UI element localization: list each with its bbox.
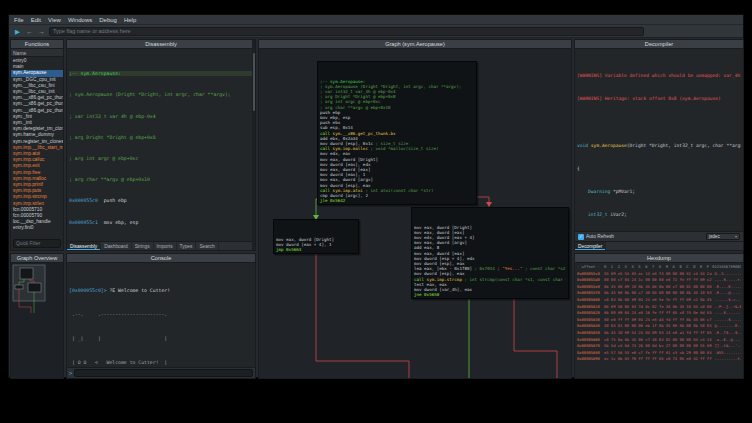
decompiler-line[interactable]: [WARNING] Heritage: stack offset 0x8 (sy… [577, 96, 741, 102]
graph-overview-minimap [11, 263, 63, 378]
console-input-row: > [67, 367, 255, 378]
dock-tab[interactable]: Imports [154, 242, 177, 250]
hexdump-row[interactable]: 0x00005650 8b 45 10 89 54 24 04 89 04 24… [577, 330, 741, 337]
functions-panel: Functions Name entry0mainsym.Aeropausesy… [10, 39, 64, 251]
dock-tab[interactable]: Strings [132, 242, 154, 250]
hexdump-row[interactable]: 0x000055c0 55 89 e5 53 83 ec 14 e8 f4 00… [577, 271, 741, 278]
disassembly-line[interactable]: ; arg Dright *Dright @ ebp+0x8 [69, 135, 253, 140]
graph-node-false-branch[interactable]: mov eax, dword [Dright]mov eax, dword [e… [411, 207, 569, 299]
menu-item[interactable]: File [14, 17, 24, 23]
function-list-item[interactable]: sym.__x86.get_pc_thunk.bx [11, 101, 63, 107]
hexdump-row[interactable]: 0x00005630 80 e0 ff ff 89 04 24 e8 d4 fd… [577, 317, 741, 324]
functions-quick-filter-input[interactable] [13, 239, 61, 248]
hexdump-row[interactable]: 0x000055e0 8b 45 08 89 10 8b 45 08 8b 00… [577, 284, 741, 291]
decompiler-footer: ✓ Auto Refresh jsdec ▾ [575, 231, 743, 241]
address-search-input[interactable] [49, 27, 644, 36]
graph-overview-panel: Graph Overview [10, 253, 64, 379]
decompiler-engine-value: jsdec [709, 234, 720, 239]
hexdump-row[interactable]: 0x00005690 ec 1c 8b 83 f0 ff ff ff 85 c0… [577, 356, 741, 363]
hexdump-row[interactable]: 0x00005660 c0 75 0a 8b 45 08 c7 40 04 02… [577, 337, 741, 344]
function-list-item[interactable]: sym._DGC_cpu_init [11, 77, 63, 83]
auto-refresh-label: Auto Refresh [586, 234, 614, 239]
continue-icon[interactable]: ▶ [13, 27, 22, 36]
menu-item[interactable]: Help [124, 17, 136, 23]
menu-item[interactable]: Edit [31, 17, 41, 23]
decompiler-panel-title: Decompiler [575, 40, 743, 49]
graph-node-entry[interactable]: ;-- sym.Aeropause:; sym.Aeropause (Drigh… [317, 61, 477, 205]
hexdump-view[interactable]: - offset - 0 1 2 3 4 5 6 7 8 9 A B C D E… [575, 263, 743, 378]
console-line: .--. .----------------------. [69, 312, 253, 318]
hexdump-row[interactable]: 0x00005620 8b 00 89 04 24 e8 16 fe ff ff… [577, 310, 741, 317]
desktop: FileEditViewWindowsDebugHelp ▶ ← → Funct… [0, 0, 752, 423]
graph-panel-title: Graph (sym.Aeropause) [259, 40, 571, 49]
decompiler-panel: Decompiler [WARNING] Variable defined wh… [574, 39, 744, 251]
hexdump-row[interactable]: 0x00005670 5b 5d c3 8d 74 26 00 8d bc 27… [577, 343, 741, 350]
disassembly-line[interactable]: ; sym.Aeropause (Dright *Dright, int arg… [69, 92, 253, 97]
cutter-window: FileEditViewWindowsDebugHelp ▶ ← → Funct… [8, 14, 744, 378]
functions-name-column-header[interactable]: Name [11, 49, 63, 57]
disassembly-scrollbar[interactable] [252, 40, 255, 250]
hexdump-panel-title: Hexdump [575, 254, 743, 263]
dock-tab[interactable]: Types [177, 242, 197, 250]
disassembly-view[interactable]: ;-- sym.Aeropause: ; sym.Aeropause (Drig… [67, 49, 255, 241]
disassembly-panel-title: Disassembly [67, 40, 255, 49]
hexdump-rows: 0x000055c0 55 89 e5 53 83 ec 14 e8 f4 00… [577, 271, 741, 363]
disassembly-line[interactable]: ; arg char **argv @ ebp+0x10 [69, 177, 253, 182]
decompiler-tab-bar: Decompiler [575, 241, 743, 250]
back-arrow-icon[interactable]: ← [25, 27, 34, 36]
disassembly-line[interactable]: ; var int32_t var_4h @ ebp-0x4 [69, 114, 253, 119]
disassembly-line[interactable]: ;-- sym.Aeropause: [69, 71, 253, 76]
hexdump-row[interactable]: 0x000055f0 8b 45 08 8b 00 c7 40 04 00 00… [577, 290, 741, 297]
graph-node-line: jle 0x5642 [320, 198, 474, 203]
decompiler-engine-select[interactable]: jsdec ▾ [706, 233, 740, 240]
hexdump-panel: Hexdump - offset - 0 1 2 3 4 5 6 7 8 9 A… [574, 253, 744, 379]
decompiler-tab[interactable]: Decompiler [575, 242, 606, 250]
hexdump-row[interactable]: 0x00005600 c0 04 8b 00 89 04 24 e8 3e fe… [577, 297, 741, 304]
hexdump-row[interactable]: 0x00005640 40 04 01 00 00 00 eb 1f 8b 45… [577, 323, 741, 330]
function-list-item[interactable]: sym.register_tm_clones [11, 139, 63, 145]
dock-area: Functions Name entry0mainsym.Aeropausesy… [9, 38, 743, 377]
graph-canvas[interactable]: ;-- sym.Aeropause:; sym.Aeropause (Drigh… [259, 49, 571, 378]
console-input[interactable] [74, 369, 253, 377]
function-list-item[interactable]: sym.__x86.get_pc_thunk.dx [11, 108, 63, 114]
disassembly-line[interactable]: ; arg int argc @ ebp+0xc [69, 156, 253, 161]
dock-tab[interactable]: Dashboard [101, 242, 131, 250]
decompiler-line[interactable]: [WARNING] Variable defined which should … [577, 73, 741, 79]
chevron-down-icon: ▾ [735, 234, 737, 239]
decompiler-line[interactable] [577, 120, 741, 126]
disassembly-line[interactable]: 0x000055c1 mov ebp, esp [69, 220, 253, 225]
graph-node-line: jmp 0x5663 [276, 247, 356, 252]
graph-node-true-branch[interactable]: mov eax, dword [Dright]mov dword [eax + … [273, 219, 359, 254]
hexdump-row[interactable]: 0x000055d0 00 00 c7 04 24 1c 00 00 00 e8… [577, 277, 741, 284]
auto-refresh-checkbox[interactable]: ✓ [578, 234, 584, 240]
console-panel-title: Console [67, 254, 255, 263]
decompiler-line[interactable]: int32_t iVar2; [577, 212, 741, 218]
console-prompt: > [69, 370, 72, 376]
console-output[interactable]: [0x000055c0]> ?E Welcome to Cutter! .--.… [67, 263, 255, 367]
menu-item[interactable]: View [48, 17, 61, 23]
decompiler-code-view[interactable]: [WARNING] Variable defined which should … [575, 49, 743, 231]
menu-bar: FileEditViewWindowsDebugHelp [9, 15, 743, 25]
hexdump-row[interactable]: 0x00005610 08 89 50 08 83 7d 0c 02 7e 26… [577, 304, 741, 311]
graph-panel: Graph (sym.Aeropause) ;-- sym.Aeropause:… [258, 39, 572, 379]
menu-item[interactable]: Debug [99, 17, 117, 23]
disassembly-panel: Disassembly ;-- sym.Aeropause: ; sym.Aer… [66, 39, 256, 251]
menu-item[interactable]: Windows [68, 17, 92, 23]
dock-tab[interactable]: Disassembly [67, 242, 101, 250]
disassembly-line[interactable]: 0x000055c0 push ebp [69, 198, 253, 203]
functions-list: entry0mainsym.Aeropausesym._DGC_cpu_init… [11, 57, 63, 237]
hexdump-row[interactable]: 0x00005680 e5 57 56 53 e8 c7 fe ff ff 81… [577, 350, 741, 357]
forward-arrow-icon[interactable]: → [37, 27, 46, 36]
dock-tab-bar: DisassemblyDashboardStringsImportsTypesS… [67, 241, 255, 250]
toolbar: ▶ ← → [9, 25, 743, 38]
scrollbar-thumb[interactable] [253, 53, 255, 112]
dock-tab[interactable]: Search [196, 242, 218, 250]
decompiler-line[interactable]: { [577, 166, 741, 172]
function-list-item[interactable]: entry.fini0 [11, 225, 63, 231]
console-line: [0x000055c0]> ?E Welcome to Cutter! [69, 288, 253, 294]
decompiler-line[interactable]: Dwarning *pMVar1; [577, 189, 741, 195]
decompiler-line[interactable]: void sym.Aeropause(Dright *Dright, int32… [577, 143, 741, 149]
graph-overview-canvas[interactable] [11, 263, 63, 378]
graph-overview-title: Graph Overview [11, 254, 63, 263]
console-line: | _| | | [69, 336, 253, 342]
